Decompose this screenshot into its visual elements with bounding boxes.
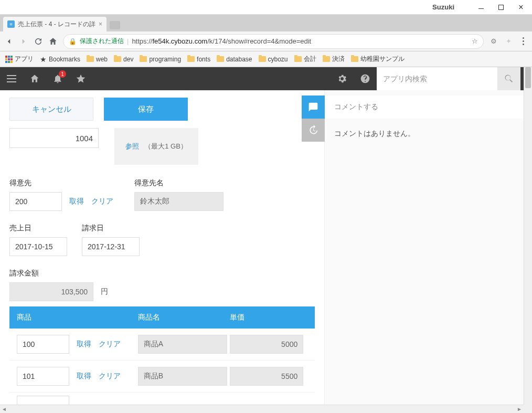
bookmark-item[interactable]: database [217, 56, 252, 63]
folder-icon [351, 56, 358, 62]
row-fetch-link[interactable]: 取得 [77, 372, 91, 381]
lock-icon: 🔒 [69, 38, 77, 45]
customer-code-input[interactable] [9, 192, 62, 211]
bookmarks-folder[interactable]: ★ Bookmarks [40, 55, 80, 63]
table-row: 取得 クリア [9, 361, 315, 393]
row-clear-link[interactable]: クリア [99, 372, 121, 381]
customer-name-output [134, 192, 224, 211]
apps-label: アプリ [15, 55, 34, 63]
comments-tab[interactable] [302, 96, 325, 119]
folder-icon [187, 56, 195, 62]
bookmark-item[interactable]: cybozu [259, 56, 288, 63]
tab-close-icon[interactable]: × [99, 20, 102, 28]
folder-icon [217, 56, 224, 62]
row-code-input[interactable] [17, 335, 69, 354]
history-tab[interactable] [302, 119, 325, 142]
row-name-output [138, 335, 227, 354]
bookmark-item[interactable]: 決済 [323, 55, 345, 63]
help-button[interactable] [354, 67, 377, 90]
row-clear-link[interactable]: クリア [99, 340, 121, 349]
row-fetch-link[interactable]: 取得 [77, 340, 91, 349]
customer-label: 得意先 [9, 178, 113, 188]
vertical-scrollbar[interactable] [524, 67, 532, 413]
amount-label: 請求金額 [9, 269, 315, 278]
notifications-button[interactable]: 1 [46, 67, 69, 90]
th-price: 単価 [230, 313, 307, 322]
folder-icon [259, 56, 266, 62]
items-table: 商品 商品名 単価 取得 クリア [9, 306, 315, 411]
row-price-output [230, 367, 303, 386]
apps-button[interactable]: アプリ [5, 55, 34, 63]
search-button[interactable] [497, 67, 520, 90]
bill-date-input[interactable] [82, 237, 140, 256]
horizontal-scrollbar[interactable]: ◄► [0, 405, 524, 413]
app-home-button[interactable] [23, 67, 46, 90]
bookmarks-bar: アプリ ★ Bookmarks web dev programing fonts… [0, 51, 532, 67]
settings-button[interactable] [331, 67, 354, 90]
action-bar: キャンセル 保存 [0, 90, 324, 128]
amount-output [9, 282, 93, 301]
th-product: 商品 [17, 313, 138, 322]
extension-icon-2[interactable]: ✦ [504, 37, 513, 46]
browser-tab[interactable]: ≡ 売上伝票 - 4 - レコードの詳 × [3, 17, 107, 31]
tab-favicon-icon: ≡ [7, 20, 15, 28]
menu-button[interactable] [0, 67, 23, 90]
customer-clear-link[interactable]: クリア [91, 197, 113, 206]
row-code-input[interactable] [17, 367, 69, 386]
bookmark-item[interactable]: 会計 [294, 55, 316, 63]
table-row: 取得 クリア [9, 329, 315, 361]
amount-unit: 円 [101, 287, 108, 296]
comments-pane: コメントする コメントはありません。 [324, 90, 524, 413]
table-header: 商品 商品名 単価 [9, 306, 315, 329]
bookmark-star-icon[interactable]: ☆ [472, 37, 478, 45]
url-separator: | [127, 37, 129, 45]
bookmarks-label: Bookmarks [49, 56, 80, 63]
notification-badge: 1 [59, 70, 66, 78]
folder-icon [87, 56, 94, 62]
new-tab-button[interactable] [110, 21, 120, 29]
cancel-button[interactable]: キャンセル [9, 98, 93, 121]
browser-menu-button[interactable] [518, 37, 528, 46]
favorites-button[interactable] [69, 67, 92, 90]
window-maximize-button[interactable] [497, 4, 505, 11]
window-user: Suzuki [432, 3, 454, 11]
attachment-box[interactable]: 参照 （最大1 GB） [114, 128, 198, 165]
window-titlebar: Suzuki × [0, 0, 532, 15]
attach-browse-link[interactable]: 参照 [125, 142, 139, 151]
window-close-button[interactable]: × [517, 4, 525, 11]
sales-date-label: 売上日 [9, 224, 67, 233]
secure-label: 保護された通信 [80, 37, 124, 46]
folder-icon [294, 56, 302, 62]
window-minimize-button[interactable] [477, 4, 485, 11]
app-header: 1 [0, 67, 532, 90]
app-search-input[interactable] [377, 67, 497, 90]
bookmark-item[interactable]: dev [114, 56, 133, 63]
customer-fetch-link[interactable]: 取得 [69, 197, 84, 206]
tab-title: 売上伝票 - 4 - レコードの詳 [18, 20, 95, 29]
row-name-output [138, 367, 227, 386]
comment-input[interactable]: コメントする [325, 96, 524, 119]
th-name: 商品名 [138, 313, 230, 322]
bookmark-item[interactable]: web [87, 56, 108, 63]
browser-tab-strip: ≡ 売上伝票 - 4 - レコードの詳 × [0, 15, 532, 31]
bill-date-label: 請求日 [82, 224, 140, 233]
nav-back-button[interactable] [4, 37, 14, 46]
bookmark-item[interactable]: fonts [187, 56, 210, 63]
url-box[interactable]: 🔒 保護された通信 | https://fe54k.cybozu.com/k/1… [63, 34, 484, 49]
customer-name-label: 得意先名 [134, 178, 224, 188]
row-price-output [230, 335, 303, 354]
search-wrap [377, 67, 520, 90]
star-icon: ★ [40, 55, 47, 63]
nav-home-button[interactable] [48, 37, 58, 46]
apps-grid-icon [5, 56, 13, 63]
folder-icon [140, 56, 147, 62]
nav-forward-button[interactable] [19, 37, 28, 46]
comments-empty-message: コメントはありません。 [325, 129, 524, 139]
bookmark-item[interactable]: programing [140, 56, 181, 63]
record-number-input[interactable] [9, 128, 99, 148]
extension-icon[interactable]: ⚙ [489, 37, 498, 46]
save-button[interactable]: 保存 [104, 98, 188, 121]
nav-reload-button[interactable] [34, 37, 43, 46]
sales-date-input[interactable] [9, 237, 67, 256]
bookmark-item[interactable]: 幼稚園サンプル [351, 55, 405, 63]
